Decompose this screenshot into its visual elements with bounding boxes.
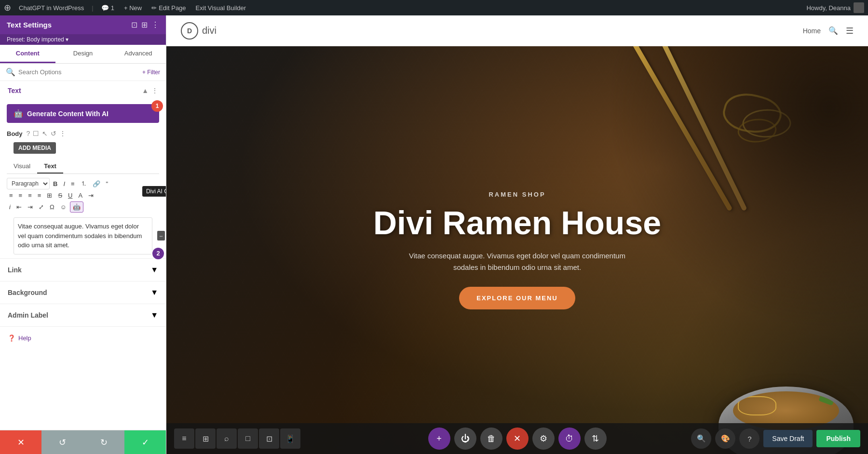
reorder-button[interactable]: ⇅	[584, 427, 607, 450]
bar-site-name[interactable]: ChatGPT in WordPress	[17, 4, 86, 12]
desktop-view-button[interactable]: □	[238, 428, 258, 449]
emoji-button[interactable]: ☺	[58, 202, 69, 212]
paragraph-select[interactable]: Paragraph	[7, 178, 50, 189]
search-canvas-button[interactable]: 🔍	[691, 428, 711, 449]
panel-title: Text Settings	[7, 21, 52, 29]
indent3-button[interactable]: ⇥	[25, 202, 35, 212]
preset-row[interactable]: Preset: Body imported ▾	[0, 34, 166, 45]
wp-logo-icon[interactable]: ⊕	[4, 2, 11, 13]
display-settings-button[interactable]: 🎨	[715, 428, 735, 449]
vt-tab-visual[interactable]: Visual	[7, 160, 37, 174]
panel-menu-icon[interactable]: ⋮	[151, 20, 159, 29]
link-button[interactable]: 🔗	[90, 179, 103, 189]
background-chevron-icon: ▼	[150, 288, 158, 297]
text-section-chevron-up[interactable]: ▲	[142, 87, 149, 94]
drag-handle[interactable]: ↔	[157, 231, 165, 240]
body-undo-icon[interactable]: ↺	[51, 130, 56, 137]
publish-button[interactable]: Publish	[816, 430, 860, 447]
blockquote-button[interactable]: "	[104, 179, 111, 189]
panel-confirm-button[interactable]: ✓	[124, 430, 166, 454]
history-button[interactable]: ⏱	[558, 427, 581, 450]
search-input[interactable]	[18, 68, 139, 76]
save-draft-button[interactable]: Save Draft	[763, 430, 813, 447]
panel-redo-button[interactable]: ↻	[83, 430, 124, 454]
right-tools: 🔍 🎨 ? Save Draft Publish	[691, 428, 860, 449]
align-justify-button[interactable]: ≡	[35, 190, 44, 200]
add-element-button[interactable]: +	[428, 427, 450, 450]
panel-tabs: Content Design Advanced	[0, 45, 166, 64]
panel-header: Text Settings ⊡ ⊞ ⋮	[0, 15, 166, 34]
help-row[interactable]: ❓ Help	[0, 327, 166, 349]
omega-button[interactable]: Ω	[47, 202, 57, 212]
panel-undo-button[interactable]: ↺	[41, 430, 83, 454]
settings-menu-button[interactable]: ≡	[174, 428, 194, 449]
user-avatar	[854, 2, 864, 13]
tablet-view-button[interactable]: ⊡	[259, 428, 279, 449]
step-badge-2: 2	[151, 247, 165, 260]
bar-comments[interactable]: 💬 1	[99, 4, 116, 12]
vt-tab-text[interactable]: Text	[37, 160, 63, 174]
mobile-view-button[interactable]: 📱	[280, 428, 300, 449]
center-tools: + ⏻ 🗑 ✕ ⚙ ⏱ ⇅	[428, 427, 607, 450]
indent-button[interactable]: ⇥	[86, 190, 96, 200]
grid-view-button[interactable]: ⊞	[195, 428, 216, 449]
power-button[interactable]: ⏻	[454, 427, 476, 450]
divi-ai-options-button[interactable]: 🤖	[70, 201, 83, 213]
tab-design[interactable]: Design	[55, 45, 111, 63]
generate-ai-button[interactable]: 🤖 Generate Content With AI 1	[7, 104, 159, 123]
help-button[interactable]: ?	[739, 428, 760, 449]
body-toolbar-row: Body ? ☐ ↖ ↺ ⋮	[0, 127, 166, 140]
nav-search-icon[interactable]: 🔍	[828, 26, 838, 35]
italic2-button[interactable]: i	[7, 202, 13, 212]
editor-content[interactable]: Vitae consequat augue. Vivamus eget dolo…	[14, 217, 152, 254]
tab-content[interactable]: Content	[0, 45, 55, 63]
italic-button[interactable]: I	[61, 179, 68, 189]
bar-edit-page[interactable]: ✏ Edit Page	[149, 4, 188, 12]
hero-content: RAMEN SHOP Divi Ramen House Vitae conseq…	[354, 172, 680, 329]
add-media-button[interactable]: ADD MEDIA	[14, 142, 56, 154]
bar-exit-builder[interactable]: Exit Visual Builder	[194, 4, 248, 12]
text-section-controls: ▲ ⋮	[142, 87, 158, 94]
divi-logo-circle: D	[181, 22, 198, 40]
search-row: 🔍 + Filter	[0, 64, 166, 81]
body-cursor-icon[interactable]: ↖	[42, 130, 48, 137]
nav-hamburger-icon[interactable]: ☰	[846, 26, 854, 36]
body-help-icon[interactable]: ?	[27, 130, 30, 137]
panel-duplicate-icon[interactable]: ⊡	[131, 20, 137, 29]
fullscreen-button[interactable]: ⤢	[36, 202, 46, 212]
tab-advanced[interactable]: Advanced	[110, 45, 166, 63]
admin-label-section[interactable]: Admin Label ▼	[0, 304, 166, 327]
close-element-button[interactable]: ✕	[506, 427, 529, 450]
divi-ai-tooltip: Divi AI Options	[142, 186, 166, 197]
panel-grid-icon[interactable]: ⊞	[141, 20, 148, 29]
delete-button[interactable]: 🗑	[480, 427, 502, 450]
divi-nav-right: Home 🔍 ☰	[803, 26, 854, 36]
hero-cta-button[interactable]: EXPLORE OUR MENU	[459, 287, 575, 309]
text-color-button[interactable]: A	[76, 190, 85, 200]
nav-home-link[interactable]: Home	[803, 27, 821, 35]
align-right-button[interactable]: ≡	[26, 190, 34, 200]
indent2-button[interactable]: ⇤	[14, 202, 24, 212]
text-section-header: Text ▲ ⋮	[0, 81, 166, 100]
filter-button[interactable]: + Filter	[142, 69, 160, 76]
link-section[interactable]: Link ▼	[0, 259, 166, 281]
bold-button[interactable]: B	[51, 179, 60, 189]
body-clipboard-icon[interactable]: ☐	[33, 130, 39, 137]
link-chevron-icon: ▼	[150, 266, 158, 274]
ordered-list-button[interactable]: ⒈	[78, 178, 89, 189]
zoom-button[interactable]: ⌕	[217, 428, 237, 449]
text-section-menu[interactable]: ⋮	[151, 87, 158, 94]
background-section[interactable]: Background ▼	[0, 281, 166, 304]
table-button[interactable]: ⊞	[44, 190, 54, 200]
strikethrough-button[interactable]: S	[55, 190, 65, 200]
bar-new[interactable]: + New	[122, 4, 144, 12]
body-more-icon[interactable]: ⋮	[59, 130, 66, 137]
body-icons: ? ☐ ↖ ↺ ⋮	[27, 130, 67, 137]
panel-close-button[interactable]: ✕	[0, 430, 41, 454]
unordered-list-button[interactable]: ≡	[68, 179, 77, 189]
admin-label-title: Admin Label	[8, 311, 48, 319]
underline-button[interactable]: U	[66, 190, 75, 200]
align-left-button[interactable]: ≡	[7, 190, 15, 200]
align-center-button[interactable]: ≡	[16, 190, 25, 200]
settings-button[interactable]: ⚙	[532, 427, 555, 450]
